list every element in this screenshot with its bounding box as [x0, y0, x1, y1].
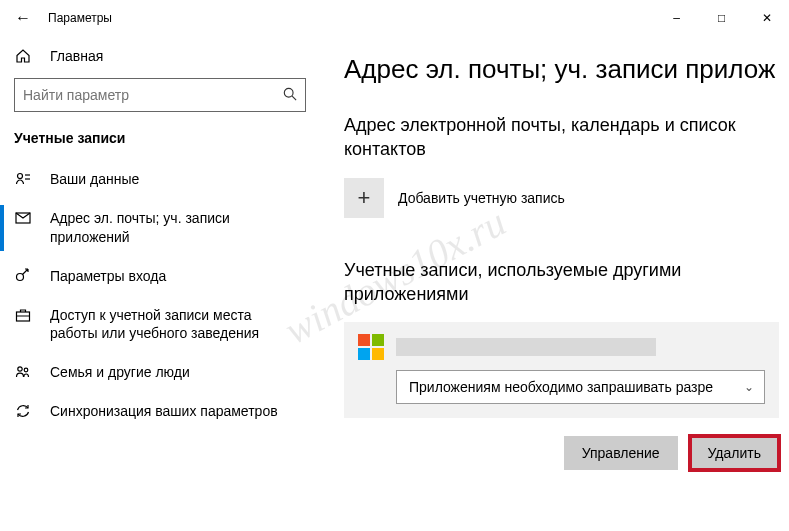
sidebar: Главная Учетные записи Ваши данные Адрес…: [0, 36, 320, 531]
close-button[interactable]: ✕: [744, 0, 789, 36]
nav-label: Адрес эл. почты; уч. записи приложений: [50, 209, 306, 247]
svg-point-2: [18, 174, 23, 179]
nav-family[interactable]: Семья и другие люди: [0, 353, 320, 392]
add-account-row[interactable]: + Добавить учетную запись: [344, 178, 789, 218]
nav-label: Параметры входа: [50, 267, 306, 286]
svg-point-0: [284, 88, 293, 97]
nav-label: Ваши данные: [50, 170, 306, 189]
permission-select[interactable]: Приложениям необходимо запрашивать разре…: [396, 370, 765, 404]
svg-point-9: [24, 369, 28, 373]
manage-button[interactable]: Управление: [564, 436, 678, 470]
microsoft-logo-icon: [358, 334, 384, 360]
mail-icon: [14, 210, 32, 226]
nav-label: Семья и другие люди: [50, 363, 306, 382]
search-icon: [283, 87, 297, 104]
nav-work-access[interactable]: Доступ к учетной записи места работы или…: [0, 296, 320, 354]
home-label: Главная: [50, 48, 103, 64]
nav-label: Доступ к учетной записи места работы или…: [50, 306, 306, 344]
page-title: Адрес эл. почты; уч. записи прилож: [344, 54, 789, 85]
nav-email-accounts[interactable]: Адрес эл. почты; уч. записи приложений: [0, 199, 320, 257]
window-controls: – □ ✕: [654, 0, 789, 36]
chevron-down-icon: ⌄: [744, 380, 754, 394]
person-icon: [14, 171, 32, 187]
section-email-title: Адрес электронной почты, календарь и спи…: [344, 113, 789, 162]
section-heading: Учетные записи: [0, 130, 320, 160]
plus-icon: +: [344, 178, 384, 218]
nav-signin-options[interactable]: Параметры входа: [0, 257, 320, 296]
nav-your-info[interactable]: Ваши данные: [0, 160, 320, 199]
svg-point-6: [17, 273, 24, 280]
svg-line-1: [292, 96, 296, 100]
window-title: Параметры: [48, 11, 654, 25]
add-account-label: Добавить учетную запись: [398, 190, 565, 206]
people-icon: [14, 364, 32, 380]
title-bar: ← Параметры – □ ✕: [0, 0, 789, 36]
home-icon: [14, 48, 32, 64]
permission-selected-label: Приложениям необходимо запрашивать разре: [409, 379, 713, 395]
nav-label: Синхронизация ваших параметров: [50, 402, 306, 421]
nav-sync[interactable]: Синхронизация ваших параметров: [0, 392, 320, 431]
account-card[interactable]: Приложениям необходимо запрашивать разре…: [344, 322, 779, 418]
back-button[interactable]: ←: [8, 9, 38, 27]
content-pane: Адрес эл. почты; уч. записи прилож Адрес…: [320, 36, 789, 531]
section-other-apps-title: Учетные записи, используемые другими при…: [344, 258, 789, 307]
key-icon: [14, 268, 32, 284]
home-link[interactable]: Главная: [0, 40, 320, 78]
search-input[interactable]: [23, 87, 283, 103]
delete-button[interactable]: Удалить: [690, 436, 779, 470]
minimize-button[interactable]: –: [654, 0, 699, 36]
account-name-redacted: [396, 338, 656, 356]
svg-point-8: [18, 367, 22, 371]
briefcase-icon: [14, 307, 32, 323]
search-box[interactable]: [14, 78, 306, 112]
maximize-button[interactable]: □: [699, 0, 744, 36]
sync-icon: [14, 403, 32, 419]
